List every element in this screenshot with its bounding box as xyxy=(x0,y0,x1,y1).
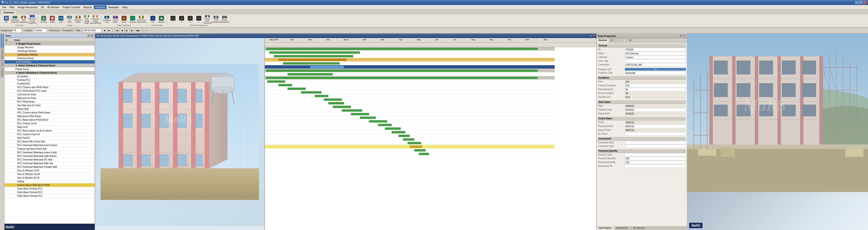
prop-value-phys-qty[interactable]: 100 xyxy=(625,157,686,160)
rp-tab-3d-view[interactable]: 3D View Pro... xyxy=(631,227,648,230)
gantt-body[interactable] xyxy=(265,47,596,230)
task-row[interactable]: RCC Beam above Plinth Beam xyxy=(4,118,95,122)
task-row[interactable]: Footing RCC xyxy=(4,82,95,86)
task-row[interactable]: Clarification Building xyxy=(4,53,95,57)
task-row[interactable]: Sludge Receiver xyxy=(4,46,95,50)
rp-tab-resource[interactable]: Resource Pr... xyxy=(615,227,631,230)
menu-file[interactable]: File xyxy=(1,5,8,9)
tab-general[interactable]: General xyxy=(597,38,609,43)
date-input[interactable] xyxy=(83,29,101,33)
prop-value-comments[interactable]: 13/07/1130_940 xyxy=(625,63,686,67)
prop-value-name[interactable]: DG Chimney xyxy=(625,52,686,55)
task-row[interactable]: Flash Mixer Footing PCC xyxy=(4,187,95,191)
date-left-btn[interactable]: ◀ xyxy=(102,29,106,33)
menu-4d-review[interactable]: 4D Review xyxy=(46,5,60,9)
task-row[interactable]: Civil work for Drain xyxy=(4,93,95,96)
btn-rules[interactable]: 📏 Rules xyxy=(120,15,128,24)
task-row[interactable]: Waste Slab xyxy=(4,107,95,111)
menu-plan[interactable]: Plan xyxy=(8,5,16,9)
task-row[interactable]: Top Slab work for Drain xyxy=(4,104,95,107)
task-row[interactable]: Chemical House xyxy=(4,57,95,60)
task-row[interactable]: RCC Overhead Watertank Slab Bottom xyxy=(4,154,95,158)
equipment-input[interactable] xyxy=(13,29,22,33)
task-row[interactable]: Wall 1st lft xyxy=(4,125,95,129)
btn-full[interactable]: ⛶ Full xyxy=(149,15,157,24)
btn-placement-4[interactable]: 4 4 xyxy=(195,15,203,24)
task-row[interactable]: Door & Window 3rd lft xyxy=(4,176,95,180)
prop-value-phys-qty2[interactable]: 125 xyxy=(625,161,686,164)
prop-value-calendar[interactable]: Custom xyxy=(625,56,686,59)
date-right-btn[interactable]: ▶ xyxy=(107,29,112,33)
prop-value-constraint-date[interactable] xyxy=(625,141,686,144)
btn-3d-path[interactable]: 🛣 3D Path xyxy=(40,15,48,24)
tab-sort[interactable]: ↑↓ xyxy=(615,38,621,43)
btn-resource-usage[interactable]: 📉 Resource Usage Spreadsheet xyxy=(91,15,99,24)
vert-tab-3d[interactable]: 3D 4D Review xyxy=(0,34,4,48)
task-row[interactable]: RCC Beam above 1st lft of column xyxy=(4,129,95,133)
minimize-button[interactable]: ─ xyxy=(855,1,859,4)
btn-resource-editor[interactable]: 📝 Resource Editor xyxy=(74,15,82,24)
btn-focus-rules[interactable]: 🔍 Focus Rules xyxy=(112,15,120,24)
task-row-dg-chimney[interactable]: ▼ DG Chimney xyxy=(4,60,95,64)
task-row[interactable]: Footing PCC xyxy=(4,78,95,82)
btn-resource-properties[interactable]: 👤 Resource Properties xyxy=(11,15,19,24)
btn-placement-3[interactable]: 3 3 xyxy=(186,15,194,24)
nav-prev-btn[interactable]: ◀ xyxy=(120,29,124,33)
custom-input[interactable] xyxy=(33,29,47,33)
task-row[interactable]: RCC Plinth Beam xyxy=(4,100,95,104)
menu-windows[interactable]: Windows xyxy=(94,5,106,9)
btn-export-placement[interactable]: 📤 Export Placement xyxy=(220,15,229,24)
close-button[interactable]: ✕ xyxy=(863,1,867,4)
task-row[interactable]: ▼ Admin Modelling & Chemical House xyxy=(4,71,95,75)
tab-notes[interactable]: 📋 xyxy=(621,38,627,43)
right-panel-pin[interactable]: 📌 xyxy=(683,34,686,38)
task-row[interactable]: RCC Overhead Watertank level Column xyxy=(4,143,95,147)
prop-value-user-type[interactable] xyxy=(625,60,686,63)
task-row[interactable]: Filtrate Sump xyxy=(4,67,95,71)
rp-tab-task[interactable]: Task Propert... xyxy=(597,227,615,230)
btn-placement-2[interactable]: 2 2 xyxy=(178,15,186,24)
menu-3d[interactable]: 3D xyxy=(39,5,45,9)
nav-end-btn[interactable]: ▶▶ xyxy=(135,29,141,33)
task-row[interactable]: Centrifuge Building xyxy=(4,50,95,53)
panel-scroll-down[interactable]: ▼ xyxy=(91,34,94,37)
btn-save-placement[interactable]: 💾 Retain Save Placement xyxy=(203,15,212,24)
task-row[interactable]: RCC Column 1st lft xyxy=(4,122,95,125)
btn-uni-field[interactable]: Uni Uni Field xyxy=(65,15,73,24)
task-row[interactable]: Door & Window 1st lft xyxy=(4,169,95,172)
task-row[interactable]: RCC Column above Plinth Beam xyxy=(4,111,95,114)
nav-next-btn[interactable]: ▶| xyxy=(130,29,135,33)
task-row[interactable]: RCC Column Final Lift xyxy=(4,133,95,136)
menu-assign-resources[interactable]: Assign Resources xyxy=(16,5,39,9)
vert-tab-selection[interactable]: Selection xyxy=(0,68,4,77)
task-row[interactable]: RCC Overhead Watertank RC Wall xyxy=(4,158,95,162)
task-row[interactable]: Excavation xyxy=(4,75,95,78)
task-row[interactable]: Door & Window 2nd lft xyxy=(4,172,95,176)
prop-value-constraint-type[interactable] xyxy=(625,145,686,148)
btn-placement-1[interactable]: 1 1 xyxy=(169,15,177,24)
view-3d-close[interactable]: ✕ xyxy=(590,35,591,37)
task-row[interactable]: Wall work for Drain xyxy=(4,96,95,100)
menu-reports[interactable]: Reports xyxy=(82,5,93,9)
zoom-fit-btn[interactable]: ⊡ xyxy=(144,29,148,33)
task-row[interactable]: Wall above Plinth Beam xyxy=(4,114,95,118)
prop-value-planned-finish[interactable]: 09/07/21 xyxy=(625,125,686,128)
task-row[interactable]: ▼ Budget Pump House xyxy=(4,42,95,46)
btn-resource-group[interactable]: 👥 Resource Group Properties xyxy=(28,15,36,24)
menu-help[interactable]: Help xyxy=(121,5,129,9)
btn-browser[interactable]: 🌐 Browser xyxy=(129,15,137,24)
prop-value-remaining-ph[interactable] xyxy=(625,165,686,168)
view-3d-pin[interactable]: 📌 xyxy=(592,35,595,37)
btn-animation[interactable]: ▶ Animation Time xyxy=(103,15,111,24)
nav-play-btn[interactable]: ▶ xyxy=(125,29,129,33)
task-row[interactable]: RCC Plinth Beam PCC Layer xyxy=(4,89,95,93)
tab-details[interactable]: ☰ xyxy=(609,38,615,43)
prop-value-planned-dur[interactable]: 37d xyxy=(625,84,686,87)
btn-load-placement[interactable]: 📂 Load Placement xyxy=(212,15,220,24)
btn-graph[interactable]: 📊 Graph xyxy=(48,15,56,24)
task-row[interactable]: RCC Column upto Plinth Beam xyxy=(4,86,95,89)
prop-value-bl-finish[interactable] xyxy=(625,132,686,136)
btn-task-properties[interactable]: 📋 Task Properties xyxy=(20,15,28,24)
vert-tab-appearance[interactable]: Appearance xyxy=(0,48,4,60)
btn-evk[interactable]: Evk Evk xyxy=(57,15,65,24)
